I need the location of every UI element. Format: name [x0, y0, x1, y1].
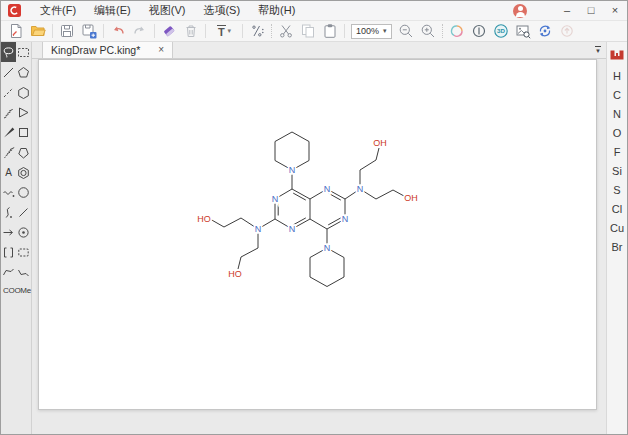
orbital-tool[interactable]	[16, 222, 31, 242]
undo-icon	[110, 23, 126, 39]
wavy-bond-tool[interactable]	[1, 182, 16, 202]
trash-icon	[183, 23, 199, 39]
cyclohexane-ring-tool[interactable]	[16, 82, 31, 102]
element-c[interactable]: C	[613, 86, 621, 105]
cyclopentadiene-ring-tool[interactable]	[16, 142, 31, 162]
redo-button[interactable]	[129, 22, 151, 41]
color-ring-button[interactable]	[446, 22, 468, 41]
maximize-button[interactable]: □	[583, 1, 599, 20]
zoom-out-button[interactable]	[395, 22, 417, 41]
chair-conformation-tool[interactable]	[1, 262, 16, 282]
drawing-page[interactable]: N N N N N N N N HO HO OH OH	[38, 59, 597, 410]
atom-text-tool[interactable]: A	[1, 162, 16, 182]
hydroxyl-label: HO	[228, 269, 242, 279]
svg-text:3D: 3D	[497, 27, 505, 34]
image-preview-icon	[515, 23, 531, 39]
boat-conformation-tool[interactable]	[16, 262, 31, 282]
menu-options[interactable]: 选项(S)	[194, 1, 249, 20]
lasso-select-tool[interactable]	[1, 42, 16, 62]
toolbar-separator	[154, 24, 155, 38]
structure-check-button[interactable]	[468, 22, 490, 41]
menu-view[interactable]: 视图(V)	[140, 1, 195, 20]
element-br[interactable]: Br	[612, 238, 623, 257]
benzene-ring-tool[interactable]	[16, 162, 31, 182]
toolbar-separator	[344, 24, 345, 38]
cyclobutane-ring-tool[interactable]	[16, 122, 31, 142]
menu-file[interactable]: 文件(F)	[31, 1, 85, 20]
open-file-button[interactable]	[27, 22, 49, 41]
zoom-in-button[interactable]	[417, 22, 439, 41]
triangle-icon	[17, 106, 30, 119]
cyclopropane-ring-tool[interactable]	[16, 102, 31, 122]
marquee-select-tool[interactable]	[16, 42, 31, 62]
dashed-bond-icon	[2, 86, 15, 99]
left-tool-palette: A	[1, 42, 32, 434]
close-button[interactable]: ×	[607, 1, 623, 20]
cut-button[interactable]	[275, 22, 297, 41]
nitrogen-label: N	[272, 194, 279, 204]
element-n[interactable]: N	[613, 105, 621, 124]
save-as-button[interactable]	[78, 22, 100, 41]
minimize-button[interactable]: –	[559, 1, 575, 20]
main-area: A	[1, 42, 627, 434]
boat-icon	[17, 266, 30, 279]
box-icon	[17, 246, 30, 259]
user-avatar[interactable]	[513, 4, 527, 18]
element-o[interactable]: O	[613, 124, 622, 143]
app-logo-icon	[8, 4, 21, 17]
redo-icon	[132, 23, 148, 39]
export-image-button[interactable]	[512, 22, 534, 41]
bracket-tool[interactable]	[1, 242, 16, 262]
element-cu[interactable]: Cu	[610, 219, 624, 238]
hydroxyl-label: OH	[373, 138, 387, 148]
zoom-level-select[interactable]: 100% ▾	[351, 24, 392, 39]
nitrogen-label: N	[289, 224, 296, 234]
share-button[interactable]	[556, 22, 578, 41]
copy-button[interactable]	[297, 22, 319, 41]
dashed-bond-tool[interactable]	[1, 82, 16, 102]
new-file-button[interactable]	[5, 22, 27, 41]
abbreviation-tool[interactable]: COOMe	[1, 282, 31, 295]
element-si[interactable]: Si	[612, 162, 622, 181]
arrow-tool[interactable]	[1, 222, 16, 242]
delete-button[interactable]	[180, 22, 202, 41]
element-h[interactable]: H	[613, 67, 621, 86]
menu-help[interactable]: 帮助(H)	[249, 1, 304, 20]
undo-button[interactable]	[107, 22, 129, 41]
hash-bond-tool[interactable]	[1, 102, 16, 122]
curve-tool[interactable]	[1, 202, 16, 222]
center-column: KingDraw PC.king* × ▼	[32, 42, 606, 434]
text-format-button[interactable]: T ▾	[209, 22, 239, 41]
wedge-bond-tool[interactable]	[1, 122, 16, 142]
scissors-icon	[278, 23, 294, 39]
save-icon	[59, 23, 75, 39]
molecule-structure: N N N N N N N N HO HO OH OH	[39, 60, 598, 411]
save-button[interactable]	[56, 22, 78, 41]
box-bracket-tool[interactable]	[16, 242, 31, 262]
eraser-icon	[161, 23, 177, 39]
three-d-icon: 3D	[493, 23, 509, 39]
element-s[interactable]: S	[613, 181, 620, 200]
single-bond-tool[interactable]	[1, 62, 16, 82]
periodic-table-button[interactable]	[610, 46, 624, 64]
canvas-workspace: N N N N N N N N HO HO OH OH	[32, 59, 606, 434]
element-f[interactable]: F	[614, 143, 621, 162]
capture-refresh-icon	[537, 23, 553, 39]
cyclopentane-ring-tool[interactable]	[16, 62, 31, 82]
cleanup-structure-button[interactable]	[246, 22, 268, 41]
chain-tool[interactable]	[16, 202, 31, 222]
hashed-wedge-bond-tool[interactable]	[1, 142, 16, 162]
document-tab[interactable]: KingDraw PC.king* ×	[42, 42, 173, 58]
eraser-button[interactable]	[158, 22, 180, 41]
tab-close-icon[interactable]: ×	[158, 45, 164, 55]
tab-list-dropdown[interactable]: ▼	[595, 46, 601, 54]
toolbar-separator	[442, 24, 443, 38]
toolbar-separator	[271, 24, 272, 38]
element-cl[interactable]: Cl	[612, 200, 622, 219]
snapshot-button[interactable]	[534, 22, 556, 41]
toolbar-separator	[205, 24, 206, 38]
paste-button[interactable]	[319, 22, 341, 41]
menu-edit[interactable]: 编辑(E)	[85, 1, 140, 20]
view-3d-button[interactable]: 3D	[490, 22, 512, 41]
any-ring-tool[interactable]	[16, 182, 31, 202]
